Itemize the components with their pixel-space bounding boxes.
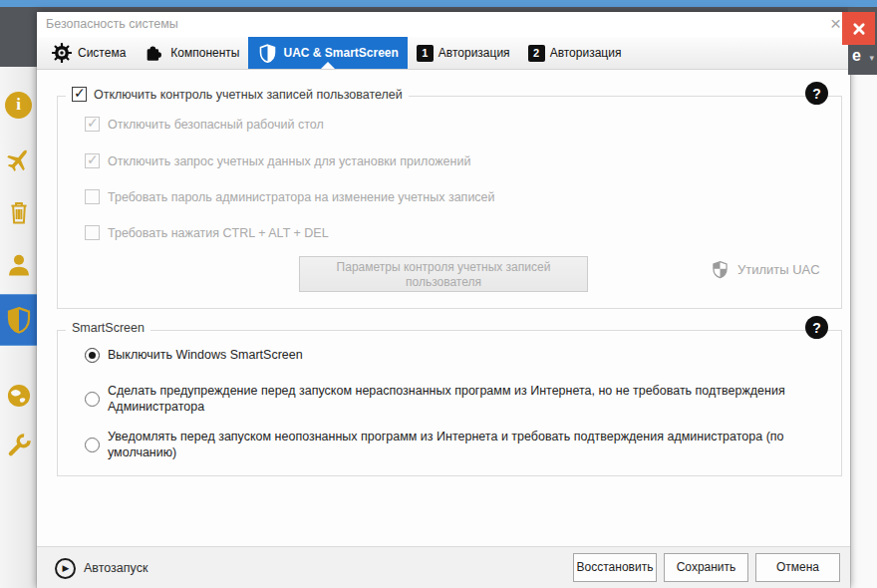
uac-shield-icon: [710, 259, 731, 280]
dialog-footer: ▶ Автозапуск Восстановить Сохранить Отме…: [37, 546, 850, 588]
checkbox-disable-uac[interactable]: ✓ Отключить контроль учетных записей пол…: [66, 87, 409, 102]
checkbox-disable-credentials-prompt[interactable]: ✓ Отключить запрос учетных данных для ус…: [85, 153, 470, 168]
check-mark: ✓: [87, 151, 99, 167]
radio-warn-no-admin[interactable]: Сделать предупреждение перед запуском не…: [85, 383, 785, 415]
checkbox-require-ctrl-alt-del[interactable]: Требовать нажатия CTRL + ALT + DEL: [85, 225, 329, 240]
uac-utilities-label: Утилиты UAC: [737, 262, 820, 277]
radio-notify-require-admin[interactable]: Уведомлять перед запуском неопознанных п…: [85, 429, 784, 460]
dialog-title: Безопасность системы: [46, 12, 178, 37]
shield-icon: [257, 43, 278, 64]
sidebar-item-airplane[interactable]: [0, 143, 37, 176]
group-legend-label: SmartScreen: [72, 321, 145, 335]
tab-content: ✓ Отключить контроль учетных записей пол…: [37, 70, 850, 546]
check-mark: ✓: [74, 85, 86, 101]
user-icon: [5, 251, 33, 279]
badge-2-icon: 2: [528, 45, 545, 62]
play-glyph: ▶: [63, 563, 70, 573]
uac-parameters-button[interactable]: Параметры контроля учетных записей польз…: [299, 256, 588, 292]
radio-label: Выключить Windows SmartScreen: [108, 347, 303, 363]
group-smartscreen-legend: SmartScreen: [66, 321, 150, 335]
tab-system[interactable]: Система: [42, 37, 135, 69]
checkbox-secure-desktop[interactable]: ✓ Отключить безопасный рабочий стол: [85, 117, 324, 132]
info-icon: i: [5, 92, 32, 119]
tab-label: Компоненты: [170, 46, 239, 60]
checkbox-label: Отключить безопасный рабочий стол: [108, 118, 324, 132]
dialog-titlebar: Безопасность системы ×: [37, 12, 850, 37]
radio-icon: [85, 392, 100, 407]
trash-icon: [5, 198, 33, 226]
top-edge-strip: [0, 0, 877, 7]
checkbox-icon: ✓: [72, 87, 87, 102]
tab-label: UAC & SmartScreen: [283, 46, 398, 60]
autostart-label: Автозапуск: [84, 561, 147, 575]
tab-components[interactable]: Компоненты: [135, 37, 248, 69]
menu-e-label[interactable]: e: [852, 47, 861, 65]
dialog-close-icon[interactable]: ×: [830, 13, 841, 35]
checkbox-icon: ✓: [85, 117, 100, 132]
radio-dot: [89, 352, 96, 359]
play-icon: ▶: [55, 558, 76, 579]
tab-bar: Система Компоненты UAC & SmartScreen 1 А…: [37, 37, 850, 70]
shield-icon: [4, 305, 34, 335]
help-button-uac[interactable]: ?: [805, 82, 828, 105]
checkbox-require-admin-password[interactable]: Требовать пароль администратора на измен…: [85, 189, 495, 204]
tab-label: Авторизация: [438, 46, 510, 60]
badge-1-icon: 1: [417, 45, 434, 62]
sidebar-item-user[interactable]: [0, 248, 37, 282]
radio-label: Сделать предупреждение перед запуском не…: [108, 383, 785, 415]
tab-authorization-2[interactable]: 2 Авторизация: [519, 37, 631, 69]
chevron-down-icon[interactable]: ▾: [869, 53, 874, 63]
globe-icon: [5, 382, 33, 410]
radio-label: Уведомлять перед запуском неопознанных п…: [108, 429, 784, 460]
sidebar-item-wrench[interactable]: [0, 429, 37, 462]
app-sidebar: i: [0, 67, 37, 588]
help-button-smartscreen[interactable]: ?: [805, 316, 828, 339]
checkbox-icon: [85, 189, 100, 204]
checkbox-label: Отключить запрос учетных данных для уста…: [108, 154, 470, 168]
tab-uac-smartscreen[interactable]: UAC & SmartScreen: [248, 37, 407, 69]
airplane-icon: [5, 146, 33, 173]
radio-icon: [85, 348, 100, 363]
checkbox-icon: [85, 225, 100, 240]
sidebar-item-trash[interactable]: [0, 195, 37, 229]
uac-utilities-button[interactable]: Утилиты UAC: [710, 259, 820, 280]
save-button[interactable]: Сохранить: [664, 553, 748, 582]
radio-disable-smartscreen[interactable]: Выключить Windows SmartScreen: [85, 347, 303, 363]
tab-label: Система: [78, 46, 126, 60]
window-close-button[interactable]: [842, 12, 875, 45]
sidebar-item-globe[interactable]: [0, 379, 37, 413]
wrench-icon: [5, 432, 33, 459]
checkbox-label: Требовать нажатия CTRL + ALT + DEL: [108, 226, 329, 240]
tab-label: Авторизация: [550, 46, 622, 60]
group-legend-label: Отключить контроль учетных записей польз…: [94, 88, 403, 102]
checkbox-label: Требовать пароль администратора на измен…: [108, 190, 495, 204]
check-mark: ✓: [87, 115, 99, 131]
dialog-security: Безопасность системы × Система Компонент…: [37, 12, 850, 588]
gear-icon: [51, 42, 73, 64]
puzzle-icon: [144, 42, 165, 64]
radio-icon: [85, 438, 100, 452]
background-window-edge: [850, 75, 877, 588]
restore-button[interactable]: Восстановить: [573, 553, 657, 582]
sidebar-item-security[interactable]: [0, 294, 37, 346]
cancel-button[interactable]: Отмена: [755, 553, 840, 582]
sidebar-item-info[interactable]: i: [0, 88, 37, 122]
autostart-expander[interactable]: ▶ Автозапуск: [55, 547, 147, 588]
checkbox-icon: ✓: [85, 153, 100, 168]
tab-authorization-1[interactable]: 1 Авторизация: [408, 37, 519, 69]
close-x-icon: [849, 19, 869, 39]
screen: e ▾ i: [0, 0, 877, 588]
